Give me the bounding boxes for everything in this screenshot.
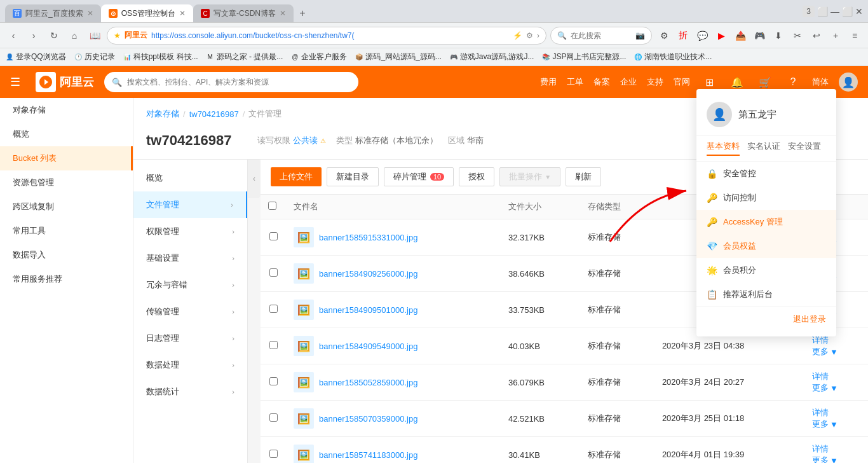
row6-checkbox[interactable] (269, 450, 278, 458)
row6-file-link[interactable]: banner1585741183000.jpg (319, 450, 417, 460)
row6-detail-link[interactable]: 详情 (812, 444, 829, 453)
row5-more-button[interactable]: 更多 ▼ (812, 418, 860, 430)
sub-nav-basic-settings[interactable]: 基础设置 › (133, 245, 247, 272)
forward-button[interactable]: › (25, 27, 42, 44)
dropdown-item-access-control[interactable]: 🔑 访问控制 (696, 186, 836, 210)
row3-file-link[interactable]: banner1584909549000.jpg (319, 342, 417, 351)
dropdown-tab-security[interactable]: 安全设置 (788, 141, 821, 156)
row4-detail-link[interactable]: 详情 (812, 371, 829, 381)
fragment-mgmt-button[interactable]: 碎片管理 10 (384, 167, 454, 186)
dropdown-item-security-mgmt[interactable]: 🔒 安全管控 (696, 162, 836, 186)
row5-file-link[interactable]: banner1585070359000.jpg (319, 414, 417, 424)
minimize-button[interactable]: — (831, 6, 839, 17)
extensions-button[interactable]: ⚙ (656, 27, 672, 44)
sub-nav-logs[interactable]: 日志管理 › (133, 325, 247, 352)
sub-nav-data-stats[interactable]: 数据统计 › (133, 378, 247, 405)
nav-icp[interactable]: 备案 (593, 76, 610, 88)
address-bar[interactable]: ★ 阿里云 https://oss.console.aliyun.com/buc… (107, 27, 546, 45)
sidebar-item-oss[interactable]: 对象存储 (0, 98, 133, 122)
sub-nav-data-process[interactable]: 数据处理 › (133, 352, 247, 378)
dropdown-item-vip-points[interactable]: 🌟 会员积分 (696, 258, 836, 282)
coupon-button[interactable]: 折 (675, 27, 691, 44)
sub-nav-redundancy[interactable]: 冗余与容错 › (133, 272, 247, 298)
tab-baidu[interactable]: 百 阿里云_百度搜索 ✕ (5, 4, 101, 22)
upload-file-button[interactable]: 上传文件 (271, 167, 322, 186)
collapse-sidebar-button[interactable]: ‹ (248, 160, 261, 198)
nav-support[interactable]: 支持 (647, 76, 663, 88)
user-avatar[interactable]: 👤 (839, 73, 858, 92)
batch-ops-button[interactable]: 批量操作 ▼ (499, 167, 560, 186)
row1-file-link[interactable]: banner1584909256000.jpg (319, 269, 417, 279)
game-button[interactable]: 🎮 (751, 27, 768, 44)
maximize-button[interactable]: ⬜ (842, 6, 853, 17)
breadcrumb-oss[interactable]: 对象存储 (146, 108, 179, 120)
close-window-button[interactable]: ✕ (855, 6, 863, 17)
top-search-bar[interactable]: 🔍 (104, 72, 358, 92)
tab1-close[interactable]: ✕ (87, 9, 93, 18)
dropdown-item-vip-benefits[interactable]: 💎 会员权益 (696, 234, 836, 258)
row1-checkbox[interactable] (269, 268, 278, 277)
row4-more-button[interactable]: 更多 ▼ (812, 382, 860, 394)
cart-icon[interactable]: 🛒 (756, 73, 774, 91)
logout-button[interactable]: 退出登录 (793, 314, 826, 324)
download-button[interactable]: ⬇ (770, 27, 787, 44)
bookmark-qq[interactable]: 👤 登录QQ浏览器 (5, 52, 66, 62)
row6-more-button[interactable]: 更多 ▼ (812, 455, 860, 463)
row3-checkbox[interactable] (269, 341, 278, 349)
bookmark-ppt[interactable]: 📊 科技ppt模板 科技... (123, 52, 198, 62)
row4-file-link[interactable]: banner1585052859000.jpg (319, 378, 417, 387)
row5-checkbox[interactable] (269, 413, 278, 422)
undo-button[interactable]: ↩ (808, 27, 825, 44)
share-browser-button[interactable]: 📤 (732, 27, 749, 44)
nav-cost[interactable]: 费用 (540, 76, 557, 88)
read-mode-button[interactable]: 📖 (86, 27, 103, 44)
console-icon[interactable]: ⊞ (700, 73, 718, 91)
sub-nav-overview[interactable]: 概览 (133, 165, 247, 191)
sidebar-item-tools[interactable]: 常用工具 (0, 219, 133, 243)
breadcrumb-bucket[interactable]: tw704216987 (189, 109, 239, 119)
select-all-checkbox[interactable] (268, 202, 276, 210)
row0-checkbox[interactable] (269, 232, 278, 240)
dropdown-tab-realname[interactable]: 实名认证 (747, 141, 780, 156)
tab2-close[interactable]: ✕ (179, 9, 186, 18)
row5-detail-link[interactable]: 详情 (812, 408, 829, 417)
sidebar-item-bucket-list[interactable]: Bucket 列表 (0, 146, 133, 170)
bookmark-history[interactable]: 🕐 历史记录 (74, 52, 115, 62)
new-directory-button[interactable]: 新建目录 (327, 167, 379, 186)
refresh-button[interactable]: 刷新 (566, 167, 601, 186)
notification-icon[interactable]: 🔔 (728, 73, 746, 91)
tab-csdn[interactable]: C 写文章-CSDN博客 ✕ (193, 4, 294, 22)
nav-official[interactable]: 官网 (674, 76, 690, 88)
bookmark-game[interactable]: 🎮 游戏Java源码,游戏J... (449, 52, 534, 62)
row0-file-link[interactable]: banner1585915331000.jpg (319, 233, 417, 242)
bookmark-railway[interactable]: 🌐 湖南铁道职业技术... (634, 52, 712, 62)
bookmark-enterprise[interactable]: @ 企业客户服务 (290, 52, 347, 62)
video-button[interactable]: ▶ (713, 27, 729, 44)
home-button[interactable]: ⌂ (66, 27, 83, 44)
sidebar-item-cross-region[interactable]: 跨区域复制 (0, 195, 133, 219)
new-tab-button[interactable]: + (294, 4, 311, 22)
browser-search-bar[interactable]: 🔍 📷 (550, 27, 652, 45)
wechat-button[interactable]: 💬 (694, 27, 710, 44)
restore-button[interactable]: ⬜ (817, 6, 828, 17)
row2-checkbox[interactable] (269, 305, 278, 313)
hamburger-menu[interactable]: ☰ (10, 75, 20, 89)
row2-file-link[interactable]: banner1584909501000.jpg (319, 305, 417, 315)
top-search-input[interactable] (127, 78, 351, 86)
nav-ticket[interactable]: 工单 (567, 76, 583, 88)
aliyun-logo[interactable]: 阿里云 (36, 72, 94, 92)
help-icon[interactable]: ? (784, 73, 802, 91)
menu-button[interactable]: ≡ (846, 27, 863, 44)
dropdown-item-accesskey[interactable]: 🔑 AccessKey 管理 (696, 210, 836, 234)
bookmark-code[interactable]: 📦 源码_网站源码_源码... (355, 52, 441, 62)
sidebar-item-services[interactable]: 常用服务推荐 (0, 267, 133, 291)
bookmark-source[interactable]: M 源码之家 - 提供最... (206, 52, 283, 62)
dropdown-tab-profile[interactable]: 基本资料 (707, 141, 740, 156)
browser-search-input[interactable] (571, 31, 632, 40)
nav-enterprise[interactable]: 企业 (620, 76, 637, 88)
row3-more-button[interactable]: 更多 ▼ (812, 346, 860, 357)
sub-nav-transfer[interactable]: 传输管理 › (133, 298, 247, 325)
bookmark-jsp[interactable]: 📚 JSP网上书店完整源... (541, 52, 626, 62)
add-button[interactable]: + (827, 27, 844, 44)
sidebar-item-resource[interactable]: 资源包管理 (0, 170, 133, 195)
